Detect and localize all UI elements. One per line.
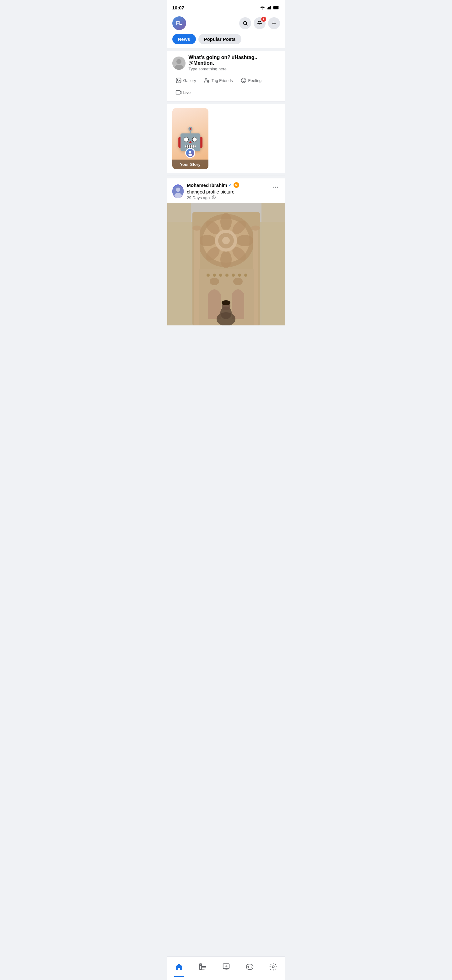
post-item-1: Mohamed Ibrahim ✓ M changed profile pict… [167,178,285,325]
tab-popular-posts[interactable]: Popular Posts [198,34,241,44]
author-name: Mohamed Ibrahim [187,183,227,188]
svg-point-24 [176,188,180,192]
feeling-label: Feeling [248,78,262,83]
live-icon [176,89,182,95]
tag-friends-label: Tag Friends [212,78,233,83]
svg-point-55 [213,274,216,277]
verified-badge: ✓ [228,183,232,188]
svg-point-52 [210,278,219,285]
post-meta: 29 Days ago [187,195,271,200]
svg-point-38 [198,235,216,246]
svg-point-17 [241,78,246,83]
svg-point-11 [176,59,181,64]
svg-rect-20 [176,91,180,94]
search-icon [242,21,248,26]
add-button[interactable] [268,17,280,29]
svg-point-54 [206,274,210,277]
story-label: Your Story [172,159,208,169]
info-icon [212,195,216,199]
svg-line-7 [246,24,247,25]
live-label: Live [183,90,191,95]
post-header: Mohamed Ibrahim ✓ M changed profile pict… [167,178,285,203]
svg-point-56 [219,274,222,277]
plus-icon [271,21,277,26]
stories-section: 🤖 Your Story [167,104,285,173]
live-button[interactable]: Live [172,87,194,98]
battery-icon [273,6,280,10]
svg-point-19 [244,80,244,80]
svg-rect-3 [270,6,271,10]
app-logo[interactable]: FL [172,16,186,30]
author-avatar[interactable] [172,185,184,198]
svg-point-58 [232,274,235,277]
svg-rect-1 [268,7,269,10]
svg-point-15 [205,78,207,80]
svg-point-60 [244,274,247,277]
post-action-buttons: Gallery Tag Friends [172,75,280,98]
notifications-button[interactable]: 7 [254,17,266,29]
user-avatar-image [172,57,186,70]
header: FL 7 [167,14,285,34]
svg-rect-66 [167,203,191,325]
svg-point-14 [177,79,178,80]
search-button[interactable] [239,17,251,29]
gallery-icon [176,77,182,84]
section-divider-1 [167,102,285,102]
svg-point-28 [275,187,276,188]
svg-rect-65 [262,203,285,325]
changed-text: changed profile picture [187,189,235,194]
your-story-card[interactable]: 🤖 Your Story [172,108,208,169]
status-bar: 10:07 [167,0,285,14]
svg-point-46 [222,237,230,244]
story-emoji: 🤖 [177,128,204,150]
svg-rect-2 [269,6,270,10]
svg-rect-5 [273,6,278,9]
bell-icon [257,21,262,26]
post-author-info: Mohamed Ibrahim ✓ M changed profile pict… [172,182,271,200]
post-image[interactable] [167,203,285,325]
post-more-button[interactable] [271,182,280,192]
tag-friends-button[interactable]: Tag Friends [201,75,236,86]
svg-point-53 [233,278,243,285]
tabs-bar: News Popular Posts [167,34,285,48]
svg-point-21 [189,151,192,153]
more-options-icon [273,184,279,190]
svg-point-57 [225,274,228,277]
svg-point-25 [174,193,181,198]
notification-badge: 7 [261,17,266,22]
wifi-icon [260,6,265,10]
post-sub-placeholder: Type something here [189,67,280,71]
feeling-icon [240,77,247,84]
svg-rect-9 [272,23,276,24]
svg-point-36 [220,213,232,231]
status-icons [260,6,280,10]
story-user-avatar [185,148,195,158]
sponsor-badge: M [233,182,239,188]
author-name-row: Mohamed Ibrahim ✓ M changed profile pict… [187,182,271,194]
post-creator: What's going on? #Hashtag.. @Mention. Ty… [167,51,285,102]
svg-point-64 [222,300,230,305]
svg-point-59 [238,274,241,277]
svg-point-29 [277,187,278,188]
svg-point-50 [251,226,260,231]
author-avatar-image [172,185,184,198]
svg-rect-0 [267,8,268,10]
signal-icon [267,6,271,10]
story-avatar-icon [187,150,193,156]
svg-point-22 [188,154,192,156]
post-input[interactable]: What's going on? #Hashtag.. @Mention. Ty… [189,55,280,71]
svg-point-37 [220,251,232,268]
tab-news[interactable]: News [172,34,196,44]
header-actions: 7 [239,17,280,29]
svg-point-39 [236,235,254,246]
post-time: 29 Days ago [187,196,210,200]
status-time: 10:07 [172,5,184,10]
gallery-button[interactable]: Gallery [172,75,199,86]
svg-point-49 [192,226,201,231]
user-avatar [172,57,186,70]
tag-friends-icon [204,77,210,84]
feeling-button[interactable]: Feeling [237,75,265,86]
svg-point-27 [273,187,274,188]
post-photo [167,203,285,325]
gallery-label: Gallery [183,78,196,83]
